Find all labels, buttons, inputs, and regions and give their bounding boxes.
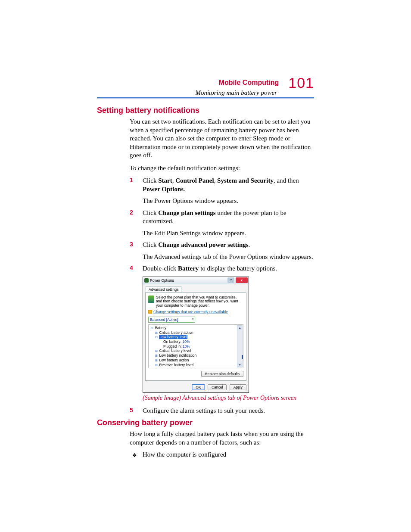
ok-button[interactable]: OK (192, 384, 205, 390)
scroll-down-icon[interactable]: ▾ (237, 363, 242, 367)
step-3-result: The Advanced settings tab of the Power O… (143, 253, 314, 261)
dialog-titlebar: Power Options ? x (143, 277, 249, 284)
page-number: 101 (288, 75, 314, 90)
dialog-title: Power Options (150, 278, 174, 283)
step-3-text: Click Change advanced power settings. (143, 241, 314, 249)
shield-icon (148, 310, 152, 314)
page-header: Mobile Computing 101 Monitoring main bat… (195, 75, 314, 96)
power-icon (144, 278, 149, 283)
apply-button[interactable]: Apply (230, 384, 246, 390)
bullet-item: ❖ How the computer is configured (130, 451, 314, 458)
conserving-paragraph: How long a fully charged battery pack la… (130, 430, 314, 447)
tree-scrollbar[interactable]: ▴ ▾ (237, 325, 243, 367)
intro-paragraph-1: You can set two notifications. Each noti… (130, 118, 314, 160)
selected-tree-item: Low battery level (159, 335, 187, 339)
step-5: 5 Configure the alarm settings to suit y… (130, 407, 314, 415)
step-1-text: Click Start, Control Panel, System and S… (143, 177, 314, 193)
step-number: 1 (130, 177, 133, 184)
settings-tree[interactable]: ⊟ Battery ⊞ Critical battery action ⊟ Lo… (148, 324, 243, 368)
step-3: 3 Click Change advanced power settings. … (130, 241, 314, 261)
diamond-bullet-icon: ❖ (132, 452, 137, 459)
battery-icon (148, 296, 154, 303)
section-heading-notifications: Setting battery notifications (97, 106, 314, 115)
content: Setting battery notifications You can se… (97, 103, 314, 458)
scroll-up-icon[interactable]: ▴ (237, 326, 242, 330)
cancel-button[interactable]: Cancel (208, 384, 227, 390)
step-number: 2 (130, 209, 133, 216)
step-2-text: Click Change plan settings under the pow… (143, 209, 314, 226)
step-number: 3 (130, 241, 133, 248)
page: Mobile Computing 101 Monitoring main bat… (0, 0, 411, 532)
step-2-result: The Edit Plan Settings window appears. (143, 229, 314, 238)
section-heading-conserving: Conserving battery power (97, 418, 314, 427)
power-plan-select[interactable]: Balanced [Active] (148, 317, 195, 323)
dialog-body: Select the power plan that you want to c… (145, 292, 246, 381)
image-caption: (Sample Image) Advanced settings tab of … (143, 395, 314, 401)
bullet-text: How the computer is configured (143, 451, 226, 458)
intro-paragraph-2: To change the default notification setti… (130, 164, 314, 173)
chapter-subtitle: Monitoring main battery power (195, 89, 277, 96)
dialog-description: Select the power plan that you want to c… (156, 296, 243, 308)
step-4-text: Double-click Battery to display the batt… (143, 264, 314, 273)
step-4: 4 Double-click Battery to display the ba… (130, 264, 314, 401)
power-options-dialog: Power Options ? x Advanced settings Sele… (143, 277, 249, 393)
step-5-text: Configure the alarm settings to suit you… (143, 407, 314, 415)
step-1: 1 Click Start, Control Panel, System and… (130, 177, 314, 205)
header-rule (97, 97, 314, 99)
help-button[interactable]: ? (227, 277, 234, 283)
step-1-result: The Power Options window appears. (143, 197, 314, 205)
step-number: 4 (130, 264, 133, 271)
change-unavailable-link[interactable]: Change settings that are currently unava… (148, 310, 243, 314)
advanced-settings-tab[interactable]: Advanced settings (146, 286, 181, 292)
close-button[interactable]: x (236, 277, 248, 283)
step-2: 2 Click Change plan settings under the p… (130, 209, 314, 238)
step-number: 5 (130, 407, 133, 414)
chapter-title: Mobile Computing (219, 79, 279, 86)
restore-defaults-button[interactable]: Restore plan defaults (201, 371, 243, 377)
scroll-thumb[interactable] (242, 355, 243, 359)
